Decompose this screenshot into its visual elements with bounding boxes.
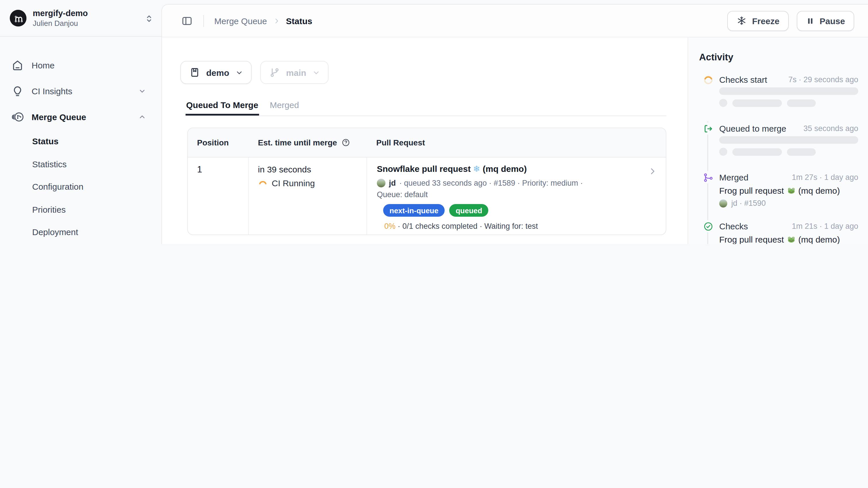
queue-tabs: Queued To Merge Merged bbox=[186, 96, 666, 116]
label-badge: next-in-queue bbox=[383, 204, 445, 217]
repository-select[interactable]: demo bbox=[180, 61, 252, 84]
skeleton-bar bbox=[719, 136, 858, 144]
activity-item[interactable]: Merged1m 27s · 1 day ago Frog pull reque… bbox=[688, 171, 868, 220]
chevron-down-icon bbox=[235, 68, 244, 77]
skeleton-bar bbox=[733, 148, 782, 155]
activity-item[interactable]: Queued to merge35 seconds ago bbox=[688, 122, 868, 171]
skeleton-bar bbox=[733, 99, 782, 107]
sidebar-item-merge-queue[interactable]: Merge Queue bbox=[11, 104, 151, 130]
chevron-right-icon[interactable] bbox=[648, 167, 657, 176]
check-circle-icon bbox=[703, 220, 713, 232]
main-panel: Merge Queue Status Freeze bbox=[161, 4, 868, 244]
org-name: mergify-demo bbox=[33, 8, 88, 19]
org-switcher[interactable]: mergify-demo Julien Danjou bbox=[0, 0, 161, 37]
breadcrumb-current: Status bbox=[286, 16, 312, 26]
pr-title: Snowflake pull request ❄ (mq demo) bbox=[377, 164, 643, 174]
skeleton-bar bbox=[719, 87, 858, 95]
sidebar-nav: Home CI Insights bbox=[0, 37, 161, 244]
sidebar-toggle-icon[interactable] bbox=[181, 15, 193, 27]
pr-queue-name: Queue: default bbox=[377, 190, 643, 199]
org-user: Julien Danjou bbox=[33, 19, 88, 28]
queue-table: Position Est. time until merge Pull Requ… bbox=[187, 127, 666, 235]
home-icon bbox=[11, 59, 24, 72]
skeleton-dot bbox=[719, 148, 727, 156]
queue-table-header: Position Est. time until merge Pull Requ… bbox=[188, 128, 666, 157]
sidebar-item-statistics[interactable]: Statistics bbox=[11, 153, 151, 175]
pause-icon bbox=[806, 17, 814, 25]
skeleton-bar bbox=[787, 99, 816, 107]
mergify-logo-icon bbox=[10, 10, 26, 26]
git-branch-icon bbox=[269, 67, 280, 78]
git-merge-icon bbox=[703, 171, 713, 183]
status-badge: queued bbox=[449, 204, 488, 217]
sidebar-item-priorities[interactable]: Priorities bbox=[11, 198, 151, 221]
spinner-icon bbox=[258, 178, 268, 188]
activity-item[interactable]: Checks start7s · 29 seconds ago bbox=[688, 74, 868, 122]
chevron-down-icon bbox=[312, 68, 320, 77]
mergify-dashboard: mergify-demo Julien Danjou Home bbox=[0, 0, 868, 244]
repository-icon bbox=[189, 67, 200, 78]
queue-row[interactable]: 1 in 39 seconds CI Running Snowflake pul… bbox=[188, 157, 666, 234]
page-header: Merge Queue Status Freeze bbox=[162, 5, 868, 37]
eta-value: in 39 seconds bbox=[258, 164, 357, 174]
column-position: Position bbox=[188, 138, 249, 147]
breadcrumb-parent[interactable]: Merge Queue bbox=[214, 16, 267, 26]
pr-checks-summary: 0% · 0/1 checks completed · Waiting for:… bbox=[384, 222, 643, 230]
chevron-down-icon bbox=[138, 87, 147, 95]
pr-meta: jd · queued 33 seconds ago · #1589 · Pri… bbox=[377, 179, 643, 188]
queued-to-merge-icon bbox=[703, 122, 713, 135]
tab-queued-to-merge[interactable]: Queued To Merge bbox=[186, 96, 259, 116]
pause-button[interactable]: Pause bbox=[797, 11, 854, 31]
sidebar-item-configuration[interactable]: Configuration bbox=[11, 175, 151, 198]
activity-panel: Activity Checks start7s · 29 seconds ago… bbox=[688, 37, 868, 244]
freeze-button[interactable]: Freeze bbox=[727, 11, 789, 31]
sidebar-item-home[interactable]: Home bbox=[11, 52, 151, 78]
activity-title: Activity bbox=[699, 52, 733, 63]
queue-position: 1 bbox=[197, 164, 202, 174]
merge-queue-icon bbox=[11, 110, 24, 123]
avatar bbox=[719, 199, 727, 207]
frog-emoji-icon bbox=[787, 235, 795, 244]
queue-area: demo main Queued To Mer bbox=[162, 37, 688, 244]
avatar bbox=[377, 179, 385, 188]
help-circle-icon[interactable] bbox=[341, 138, 350, 147]
sidebar-item-merge-protections[interactable]: Merge Protections bbox=[11, 243, 151, 244]
sidebar: mergify-demo Julien Danjou Home bbox=[0, 0, 161, 244]
frog-emoji-icon bbox=[787, 186, 795, 195]
sidebar-item-ci-insights[interactable]: CI Insights bbox=[11, 78, 151, 104]
chevron-up-icon bbox=[138, 113, 147, 121]
ci-status: CI Running bbox=[258, 178, 357, 188]
sidebar-item-status[interactable]: Status bbox=[11, 130, 151, 153]
sidebar-item-deployment[interactable]: Deployment bbox=[11, 221, 151, 243]
checks-pending-spinner-icon bbox=[703, 74, 713, 86]
breadcrumb-chevron-icon bbox=[273, 17, 280, 24]
chevrons-up-down-icon bbox=[144, 14, 154, 24]
lightbulb-icon bbox=[11, 85, 24, 98]
tab-merged[interactable]: Merged bbox=[269, 96, 300, 116]
snowflake-emoji: ❄ bbox=[473, 164, 480, 174]
header-divider bbox=[204, 15, 204, 27]
branch-select[interactable]: main bbox=[260, 61, 329, 84]
column-pull-request: Pull Request bbox=[367, 138, 666, 147]
activity-item[interactable]: Checks1m 21s · 1 day ago Frog pull reque… bbox=[688, 220, 868, 244]
skeleton-dot bbox=[719, 99, 727, 107]
snowflake-icon bbox=[737, 16, 747, 26]
skeleton-bar bbox=[787, 148, 816, 155]
column-eta: Est. time until merge bbox=[249, 138, 367, 147]
